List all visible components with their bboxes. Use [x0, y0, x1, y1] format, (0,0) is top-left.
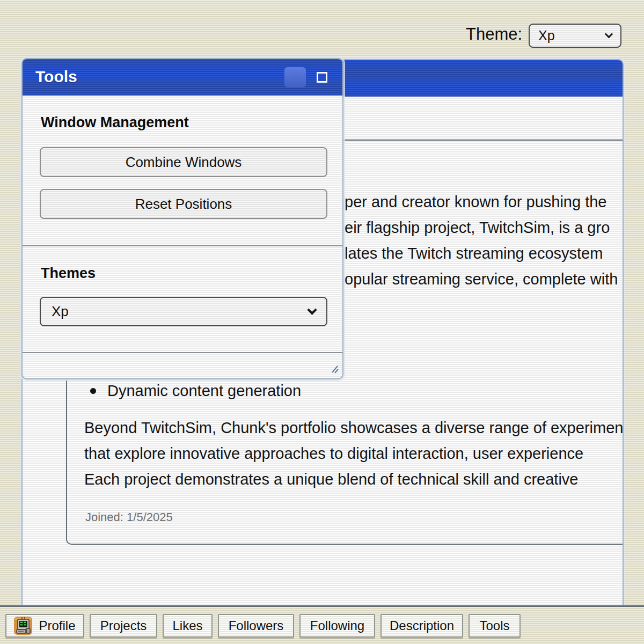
bullet-dot [90, 388, 96, 394]
tools-window-titlebar[interactable]: Tools [23, 59, 342, 96]
theme-label: Theme: [466, 25, 522, 44]
themes-heading: Themes [41, 265, 96, 282]
chevron-down-icon [307, 305, 317, 314]
taskbar-button-label: Description [390, 618, 454, 633]
taskbar: Profile Projects Likes Followers Followi… [0, 605, 644, 644]
taskbar-button-label: Followers [229, 618, 284, 633]
paragraph-line: that explore innovative approaches to di… [84, 445, 583, 463]
resize-handle-icon[interactable] [329, 364, 339, 376]
tools-window: Tools Window Management Combine Windows … [21, 58, 343, 379]
paragraph-line: Each project demonstrates a unique blend… [84, 471, 578, 488]
window-management-heading: Window Management [41, 114, 189, 131]
joined-date-text: Joined: 1/5/2025 [85, 510, 173, 524]
themes-dropdown[interactable]: Xp [40, 297, 327, 326]
maximize-icon [317, 72, 327, 83]
taskbar-button-label: Tools [479, 618, 509, 633]
section-divider [23, 352, 342, 353]
feature-bullet-item: Dynamic content generation [90, 382, 301, 400]
taskbar-button-following[interactable]: Following [299, 614, 375, 638]
taskbar-button-followers[interactable]: Followers [218, 614, 294, 638]
combine-windows-button[interactable]: Combine Windows [40, 147, 327, 177]
clipped-text-line: opular streaming service, complete with [345, 270, 618, 288]
maximize-button[interactable] [311, 67, 333, 87]
taskbar-button-label: Following [310, 618, 364, 633]
themes-dropdown-value: Xp [52, 303, 69, 320]
minimize-button[interactable] [284, 67, 306, 87]
reset-positions-button[interactable]: Reset Positions [40, 189, 327, 219]
taskbar-button-label: Likes [172, 618, 202, 633]
feature-bullet-label: Dynamic content generation [107, 382, 301, 400]
theme-dropdown-value: Xp [538, 28, 555, 43]
desktop: Theme: Xp per and creator known for push… [0, 0, 644, 644]
taskbar-button-label: Profile [39, 618, 75, 633]
taskbar-button-label: Projects [100, 618, 147, 633]
theme-dropdown[interactable]: Xp [529, 24, 621, 48]
clipped-text-line: per and creator known for pushing the [345, 193, 606, 211]
taskbar-button-projects[interactable]: Projects [90, 614, 157, 638]
section-divider [23, 245, 342, 246]
taskbar-button-likes[interactable]: Likes [163, 614, 213, 638]
taskbar-button-profile[interactable]: Profile [5, 614, 84, 638]
retro-computer-icon [14, 617, 32, 635]
taskbar-button-tools[interactable]: Tools [469, 614, 521, 638]
clipped-text-line: lates the Twitch streaming ecosystem [345, 245, 603, 262]
chevron-down-icon [605, 30, 613, 38]
paragraph-line: Beyond TwitchSim, Chunk's portfolio show… [84, 419, 624, 437]
clipped-text-line: eir flagship project, TwitchSim, is a gr… [345, 219, 610, 237]
taskbar-button-description[interactable]: Description [380, 614, 463, 638]
